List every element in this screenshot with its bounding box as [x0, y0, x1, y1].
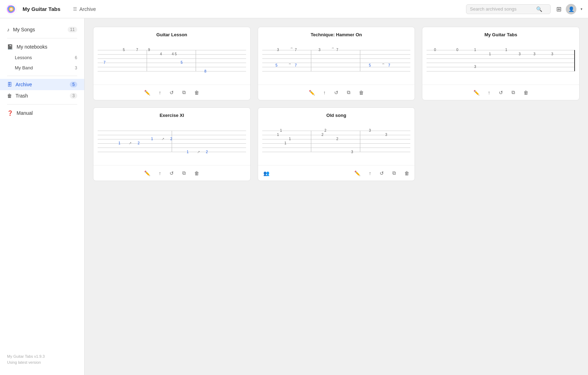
version-status-label: Using latest version — [7, 360, 77, 365]
share-button[interactable]: ↑ — [368, 169, 372, 177]
share-button[interactable]: ↑ — [158, 169, 162, 177]
sidebar-my-songs-count: 11 — [68, 27, 77, 32]
duplicate-button[interactable]: ⧉ — [181, 169, 187, 177]
sidebar-item-my-notebooks[interactable]: 📓 My notebooks — [0, 41, 84, 52]
music-note-icon: ♪ — [7, 27, 10, 32]
restore-button[interactable]: ↺ — [379, 169, 385, 177]
share-button[interactable]: ↑ — [487, 89, 491, 96]
share-button[interactable]: ↑ — [158, 89, 162, 96]
dropdown-arrow-icon[interactable]: ▾ — [581, 7, 582, 11]
sidebar-footer: My Guitar Tabs v1.9.3 Using latest versi… — [0, 349, 84, 369]
trash-count: 3 — [70, 93, 77, 99]
version-label: My Guitar Tabs v1.9.3 — [7, 354, 77, 360]
sidebar-item-my-songs[interactable]: ♪ My Songs 11 — [0, 24, 84, 35]
duplicate-button[interactable]: ⧉ — [181, 88, 187, 96]
restore-button[interactable]: ↺ — [333, 89, 339, 96]
edit-button[interactable]: ✏️ — [143, 169, 151, 177]
search-icon: 🔍 — [536, 6, 542, 12]
exercise-xi-tab: 1 ↗ 2 1 ↗ 2 1 ↗ 2 — [93, 121, 250, 165]
sidebar-divider-2 — [7, 76, 77, 76]
lessons-count: 6 — [75, 55, 77, 60]
delete-button[interactable]: 🗑 — [193, 89, 200, 96]
hammer-on-title: Technique: Hammer On — [258, 27, 415, 40]
sidebar-my-songs-label: My Songs — [13, 27, 64, 32]
sidebar: ♪ My Songs 11 📓 My notebooks Lessons 6 M… — [0, 18, 85, 375]
breadcrumb: ☰ Archive — [73, 6, 460, 12]
avatar-placeholder: 👤 — [568, 6, 574, 12]
header: My Guitar Tabs ☰ Archive 🔍 ⊞ 👤 ▾ — [0, 0, 588, 18]
restore-button[interactable]: ↺ — [498, 89, 504, 96]
song-card-exercise-xi: Exercise XI 1 ↗ 2 1 — [93, 107, 251, 181]
duplicate-button[interactable]: ⧉ — [510, 88, 516, 96]
exercise-xi-title: Exercise XI — [93, 108, 250, 121]
song-card-my-guitar-tabs: My Guitar Tabs 0 0 1 — [422, 27, 580, 100]
search-box[interactable]: 🔍 — [466, 4, 551, 14]
share-button[interactable]: ↑ — [322, 89, 327, 96]
collaborators-button[interactable]: 👥 — [262, 169, 270, 177]
sidebar-divider-1 — [7, 38, 77, 38]
hammer-on-actions: ✏️ ↑ ↺ ⧉ 🗑 — [258, 85, 415, 100]
song-card-old-song: Old song 1 1 1 — [258, 107, 415, 181]
svg-point-1 — [10, 8, 13, 11]
delete-button[interactable]: 🗑 — [522, 89, 529, 96]
duplicate-button[interactable]: ⧉ — [346, 88, 351, 96]
sidebar-notebooks-label: My notebooks — [17, 44, 77, 50]
restore-button[interactable]: ↺ — [169, 89, 175, 96]
notebook-icon: 📓 — [7, 44, 13, 50]
edit-button[interactable]: ✏️ — [353, 169, 361, 177]
manual-label: Manual — [17, 110, 77, 116]
app-name: My Guitar Tabs — [23, 6, 60, 12]
sidebar-item-trash[interactable]: 🗑 Trash 3 — [0, 90, 84, 101]
archive-label: Archive — [79, 6, 96, 12]
my-band-label: My Band — [15, 65, 72, 70]
my-guitar-tabs-actions: ✏️ ↑ ↺ ⧉ 🗑 — [422, 85, 579, 100]
manual-icon: ❓ — [7, 110, 13, 116]
archive-nav-label: Archive — [16, 82, 66, 87]
my-band-count: 3 — [75, 65, 77, 70]
delete-button[interactable]: 🗑 — [358, 89, 365, 96]
edit-button[interactable]: ✏️ — [472, 89, 480, 96]
trash-label: Trash — [16, 93, 66, 99]
trash-icon: 🗑 — [7, 93, 12, 99]
sidebar-item-lessons[interactable]: Lessons 6 — [0, 52, 84, 63]
delete-button[interactable]: 🗑 — [403, 169, 410, 177]
song-card-guitar-lesson: Guitar Lesson 5 — [93, 27, 251, 100]
edit-button[interactable]: ✏️ — [143, 89, 151, 96]
guitar-lesson-title: Guitar Lesson — [93, 27, 250, 40]
restore-button[interactable]: ↺ — [169, 169, 175, 177]
song-card-hammer-on: Technique: Hammer On 3 ⌢ 7 — [258, 27, 415, 100]
sidebar-item-archive[interactable]: 🗄 Archive 5 — [0, 79, 84, 90]
guitar-lesson-tab: 5 7 9 7 4 5 4 5 8 — [93, 40, 250, 85]
duplicate-button[interactable]: ⧉ — [391, 169, 397, 177]
grid-icon[interactable]: ⊞ — [556, 5, 562, 13]
old-song-actions: 👥 ✏️ ↑ ↺ ⧉ 🗑 — [258, 165, 415, 181]
songs-grid: Guitar Lesson 5 — [93, 27, 580, 181]
sidebar-item-manual[interactable]: ❓ Manual — [0, 107, 84, 119]
avatar[interactable]: 👤 — [566, 4, 576, 14]
main-content: Guitar Lesson 5 — [85, 18, 588, 375]
sidebar-item-my-band[interactable]: My Band 3 — [0, 63, 84, 73]
edit-button[interactable]: ✏️ — [308, 89, 316, 96]
my-guitar-tabs-title: My Guitar Tabs — [422, 27, 579, 40]
sidebar-divider-3 — [7, 104, 77, 105]
delete-button[interactable]: 🗑 — [193, 169, 200, 177]
archive-nav-icon: 🗄 — [7, 82, 12, 87]
app-logo — [6, 4, 17, 15]
hammer-on-tab: 3 ⌢ 7 3 ⌢ 7 5 ⌢ 7 5 ⌢ 7 — [258, 40, 415, 85]
lessons-label: Lessons — [15, 55, 72, 60]
guitar-lesson-actions: ✏️ ↑ ↺ ⧉ 🗑 — [93, 85, 250, 100]
search-input[interactable] — [470, 6, 533, 12]
exercise-xi-actions: ✏️ ↑ ↺ ⧉ 🗑 — [93, 165, 250, 181]
header-right: ⊞ 👤 ▾ — [556, 4, 582, 14]
archive-count: 5 — [70, 82, 77, 87]
old-song-tab: 1 1 1 1 2 2 2 3 3 3 — [258, 121, 415, 165]
layout: ♪ My Songs 11 📓 My notebooks Lessons 6 M… — [0, 18, 588, 375]
my-guitar-tabs-tab: 0 0 1 1 1 3 3 3 3 — [422, 40, 579, 85]
old-song-title: Old song — [258, 108, 415, 121]
archive-icon: ☰ — [73, 6, 77, 12]
